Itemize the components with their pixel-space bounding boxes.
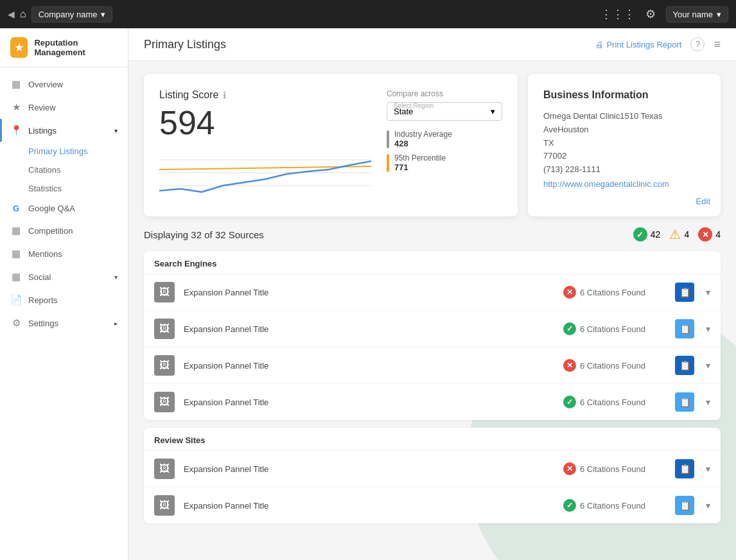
expand-chevron-icon[interactable]: ▾ bbox=[706, 360, 710, 371]
warn-badge-icon: ⚠ bbox=[669, 227, 681, 242]
region-chevron-icon: ▾ bbox=[491, 107, 495, 116]
edit-button[interactable]: Edit bbox=[696, 197, 710, 206]
nav-right: ⋮⋮⋮ ⚙ Your name ▾ bbox=[600, 6, 728, 22]
row-name: Expansion Pannel Title bbox=[184, 398, 554, 407]
sidebar-nav: ▦ Overview ★ Review 📍 Listings ▾ Primary… bbox=[0, 67, 128, 560]
sidebar: ★ Reputation Management ▦ Overview ★ Rev… bbox=[0, 28, 128, 560]
doc-icon[interactable]: 📋 bbox=[675, 459, 694, 478]
region-select[interactable]: Select Region State ▾ bbox=[387, 102, 502, 121]
filter-icon[interactable]: ≡ bbox=[714, 38, 721, 51]
doc-icon[interactable]: 📋 bbox=[675, 496, 694, 515]
status-check-icon: ✓ bbox=[563, 396, 576, 408]
score-right: Compare across Select Region State ▾ bbox=[387, 89, 502, 177]
expand-chevron-icon[interactable]: ▾ bbox=[706, 287, 710, 297]
row-status: ✕ 6 Citations Found bbox=[563, 286, 666, 299]
listing-score-card: Listing Score ℹ 594 bbox=[144, 74, 518, 216]
print-listings-link[interactable]: 🖨 Print Listings Report bbox=[595, 40, 681, 49]
sidebar-label-overview: Overview bbox=[28, 80, 63, 89]
home-icon[interactable]: ⌂ bbox=[20, 8, 26, 20]
help-icon[interactable]: ? bbox=[690, 37, 705, 51]
sidebar-item-listings[interactable]: 📍 Listings ▾ bbox=[0, 119, 128, 142]
listings-icon: 📍 bbox=[10, 125, 22, 136]
sidebar-item-primary-listings[interactable]: Primary Listings bbox=[28, 142, 128, 161]
row-thumb: 🖼 bbox=[154, 495, 175, 516]
review-icon: ★ bbox=[10, 101, 22, 113]
nav-left: ◀ ⌂ Company name ▾ bbox=[8, 6, 112, 22]
row-name: Expansion Pannel Title bbox=[184, 464, 554, 474]
sidebar-item-mentions[interactable]: ▦ Mentions bbox=[0, 242, 128, 265]
sidebar-label-reports: Reports bbox=[28, 295, 58, 305]
expand-chevron-icon[interactable]: ▾ bbox=[706, 324, 710, 334]
company-dropdown[interactable]: Company name ▾ bbox=[31, 6, 113, 22]
cards-row: Listing Score ℹ 594 bbox=[128, 61, 736, 227]
sidebar-item-competition[interactable]: ▦ Competition bbox=[0, 219, 128, 242]
sidebar-item-citations[interactable]: Citations bbox=[28, 161, 128, 179]
settings-expand-icon: ▸ bbox=[114, 320, 118, 327]
sidebar-item-reports[interactable]: 📄 Reports bbox=[0, 288, 128, 311]
expand-chevron-icon[interactable]: ▾ bbox=[706, 500, 710, 511]
expand-chevron-icon[interactable]: ▾ bbox=[706, 464, 710, 474]
table-row: 🖼 Expansion Pannel Title ✓ 6 Citations F… bbox=[144, 384, 721, 420]
score-chart bbox=[159, 147, 371, 198]
warn-count: 4 bbox=[684, 229, 689, 240]
table-row: 🖼 Expansion Pannel Title ✕ 6 Citations F… bbox=[144, 347, 721, 384]
main-content: Primary Listings 🖨 Print Listings Report… bbox=[128, 28, 736, 560]
printer-icon: 🖨 bbox=[595, 40, 604, 49]
sidebar-item-review[interactable]: ★ Review bbox=[0, 96, 128, 119]
row-name: Expansion Pannel Title bbox=[184, 324, 554, 334]
error-count: 4 bbox=[715, 229, 721, 240]
review-sites-title: Review Sites bbox=[144, 428, 721, 451]
row-thumb: 🖼 bbox=[154, 392, 175, 412]
score-label: Listing Score ℹ bbox=[159, 89, 371, 101]
user-name: Your name bbox=[673, 10, 713, 19]
sources-section: Displaying 32 of 32 Sources ✓ 42 ⚠ 4 ✕ 4 bbox=[128, 227, 736, 544]
status-error-icon: ✕ bbox=[563, 462, 576, 475]
biz-zip: 77002 bbox=[543, 151, 566, 161]
settings-icon: ⚙ bbox=[10, 317, 22, 329]
brand-icon: ★ bbox=[10, 37, 28, 58]
doc-icon[interactable]: 📋 bbox=[675, 392, 694, 412]
doc-icon[interactable]: 📋 bbox=[675, 319, 694, 338]
row-status: ✓ 6 Citations Found bbox=[563, 499, 666, 512]
expand-chevron-icon[interactable]: ▾ bbox=[706, 397, 710, 407]
benchmark-percentile: 95th Percentile 771 bbox=[387, 153, 502, 172]
row-status: ✓ 6 Citations Found bbox=[563, 322, 666, 335]
back-button[interactable]: ◀ bbox=[8, 9, 15, 19]
row-thumb: 🖼 bbox=[154, 319, 175, 339]
doc-icon[interactable]: 📋 bbox=[675, 356, 694, 375]
biz-name: Omega Dental Clinic bbox=[543, 111, 620, 121]
user-dropdown[interactable]: Your name ▾ bbox=[666, 6, 728, 22]
page-header: Primary Listings 🖨 Print Listings Report… bbox=[128, 28, 736, 61]
table-row: 🖼 Expansion Pannel Title ✓ 6 Citations F… bbox=[144, 311, 721, 347]
sidebar-label-settings: Settings bbox=[28, 319, 58, 328]
sidebar-label-mentions: Mentions bbox=[28, 249, 62, 259]
doc-icon[interactable]: 📋 bbox=[675, 283, 694, 302]
row-status: ✕ 6 Citations Found bbox=[563, 462, 666, 475]
row-status: ✕ 6 Citations Found bbox=[563, 359, 666, 372]
company-name: Company name bbox=[39, 10, 98, 19]
gear-icon[interactable]: ⚙ bbox=[645, 7, 656, 21]
sidebar-item-google-qa[interactable]: G Google Q&A bbox=[0, 198, 128, 219]
score-info-icon[interactable]: ℹ bbox=[223, 90, 226, 100]
table-row: 🖼 Expansion Pannel Title ✕ 6 Citations F… bbox=[144, 451, 721, 487]
score-card-inner: Listing Score ℹ 594 bbox=[159, 89, 502, 201]
sidebar-label-competition: Competition bbox=[28, 226, 73, 236]
sidebar-brand: ★ Reputation Management bbox=[0, 28, 128, 67]
mentions-icon: ▦ bbox=[10, 248, 22, 259]
sidebar-item-statistics[interactable]: Statistics bbox=[28, 179, 128, 198]
table-row: 🖼 Expansion Pannel Title ✓ 6 Citations F… bbox=[144, 487, 721, 523]
badge-error: ✕ 4 bbox=[698, 227, 721, 241]
score-left: Listing Score ℹ 594 bbox=[159, 89, 371, 201]
row-thumb: 🖼 bbox=[154, 459, 175, 479]
grid-icon[interactable]: ⋮⋮⋮ bbox=[600, 7, 635, 21]
company-chevron-icon: ▾ bbox=[101, 10, 105, 19]
sidebar-item-overview[interactable]: ▦ Overview bbox=[0, 73, 128, 96]
sidebar-item-social[interactable]: ▦ Social ▾ bbox=[0, 265, 128, 288]
sidebar-label-listings: Listings bbox=[28, 126, 57, 136]
badge-warn: ⚠ 4 bbox=[669, 227, 689, 242]
review-sites-group: Review Sites 🖼 Expansion Pannel Title ✕ … bbox=[144, 428, 721, 523]
biz-website[interactable]: http://www.omegadentalclinic.com bbox=[543, 179, 705, 189]
region-label: Select Region bbox=[394, 102, 434, 109]
biz-phone: (713) 228-1111 bbox=[543, 164, 600, 174]
sidebar-item-settings[interactable]: ⚙ Settings ▸ bbox=[0, 311, 128, 335]
